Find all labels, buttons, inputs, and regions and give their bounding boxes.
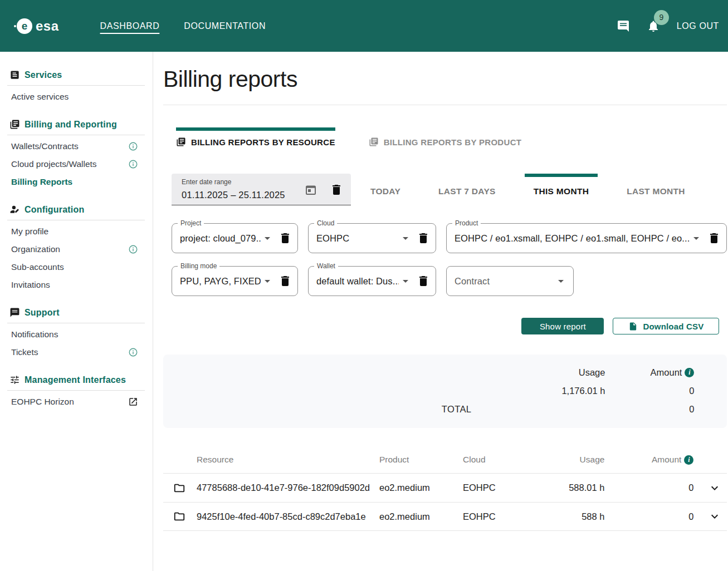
info-icon[interactable] [128, 244, 138, 254]
sidebar-item-invitations[interactable]: Invitations [0, 276, 153, 294]
sidebar-section-management-interfaces: Management Interfaces EOHPC Horizon [0, 370, 153, 411]
sidebar-section-support: Support Notifications Tickets [0, 303, 153, 361]
esa-globe-icon: e [17, 18, 32, 34]
info-icon[interactable] [128, 347, 138, 357]
download-csv-button[interactable]: Download CSV [613, 318, 719, 334]
filter-select-wallet[interactable]: Wallet default wallet: Dus... [308, 266, 436, 296]
notifications-bell-icon[interactable]: 9 [647, 19, 660, 33]
filter-select-product[interactable]: Product EOHPC / eo1.xsmall, EOHPC / eo1.… [446, 223, 727, 253]
folder-icon [173, 510, 185, 523]
filter-select-billing-mode[interactable]: Billing mode PPU, PAYG, FIXED-... [172, 266, 298, 296]
library-books-icon [9, 119, 20, 130]
sidebar-item-label: Invitations [11, 280, 138, 290]
show-report-button[interactable]: Show report [521, 318, 604, 334]
preset-label: THIS MONTH [525, 177, 598, 205]
chevron-down-icon[interactable] [261, 232, 274, 245]
table-row[interactable]: 47785688-de10-41e7-976e-182f09d5902d eo2… [163, 473, 727, 502]
clear-filter-trash-icon[interactable] [707, 232, 721, 245]
sidebar-item-label: Tickets [11, 347, 124, 357]
sidebar-item-notifications[interactable]: Notifications [0, 326, 153, 343]
col-usage: Usage [546, 455, 604, 465]
sidebar-item-label: Billing Reports [11, 177, 138, 187]
expand-row-chevron-icon[interactable] [708, 510, 721, 523]
top-header: e esa DASHBOARD DOCUMENTATION 9 LOG OUT [0, 0, 728, 52]
sidebar-item-label: Sub-accounts [11, 262, 138, 272]
filter-select-project[interactable]: Project project: cloud_079... [172, 223, 298, 253]
preset-last-month[interactable]: LAST MONTH [618, 174, 694, 205]
main-content: Billing reports BILLING REPORTS BY RESOU… [153, 52, 728, 571]
filter-select-cloud[interactable]: Cloud EOHPC [308, 223, 436, 253]
sidebar-item-wallets-contracts[interactable]: Wallets/Contracts [0, 137, 153, 155]
preset-today[interactable]: TODAY [361, 174, 409, 205]
sidebar-item-active-services[interactable]: Active services [0, 88, 153, 106]
nav-documentation[interactable]: DOCUMENTATION [184, 21, 266, 31]
nav-dashboard[interactable]: DASHBOARD [100, 21, 160, 31]
clear-filter-trash-icon[interactable] [279, 232, 292, 245]
sidebar-item-label: Wallets/Contracts [11, 141, 124, 151]
tune-icon [9, 375, 20, 385]
preset-last-7-days[interactable]: LAST 7 DAYS [429, 174, 505, 205]
clear-filter-trash-icon[interactable] [417, 232, 430, 245]
select-value: PPU, PAYG, FIXED-... [180, 276, 261, 287]
logout-button[interactable]: LOG OUT [677, 21, 719, 31]
date-range-field[interactable]: Enter date range 01.11.2025 – 25.11.2025 [172, 174, 351, 205]
sidebar-section-title: Support [25, 308, 60, 318]
sidebar-item-billing-reports[interactable]: Billing Reports [0, 173, 153, 191]
external-link-icon[interactable] [128, 397, 138, 407]
select-value: Contract [455, 276, 554, 287]
amount-info-icon[interactable]: i [685, 368, 694, 377]
tab-indicator [369, 127, 522, 131]
top-nav: DASHBOARD DOCUMENTATION [100, 21, 266, 31]
select-value: EOHPC [316, 233, 399, 244]
sidebar-item-label: Active services [11, 92, 138, 102]
library-books-icon [176, 137, 186, 147]
sidebar-item-label: My profile [11, 227, 138, 237]
clear-date-trash-icon[interactable] [330, 183, 343, 196]
preset-label: TODAY [361, 177, 409, 205]
sidebar-section-title: Billing and Reporting [25, 120, 117, 130]
info-icon[interactable] [128, 141, 138, 151]
divider [7, 220, 145, 220]
filter-select-contract[interactable]: Contract [446, 266, 574, 296]
divider [7, 85, 145, 86]
sidebar-item-tickets[interactable]: Tickets [0, 343, 153, 361]
tab-label: BILLING REPORTS BY RESOURCE [191, 137, 335, 147]
info-icon[interactable] [128, 159, 138, 169]
clear-filter-trash-icon[interactable] [279, 274, 292, 288]
amount-info-icon[interactable]: i [684, 455, 693, 465]
col-resource: Resource [197, 455, 379, 465]
col-cloud: Cloud [463, 455, 546, 465]
preset-this-month[interactable]: THIS MONTH [525, 174, 598, 205]
filter-selects: Project project: cloud_079... Cloud EOHP… [172, 223, 727, 296]
notification-count-badge: 9 [654, 10, 669, 25]
sidebar-item-organization[interactable]: Organization [0, 240, 153, 258]
brand-text: esa [36, 18, 59, 34]
divider [7, 135, 145, 135]
tab-billing-reports-by-resource[interactable]: BILLING REPORTS BY RESOURCE [176, 127, 335, 147]
chevron-down-icon[interactable] [399, 232, 412, 245]
date-presets: TODAY LAST 7 DAYS THIS MONTH LAST MONTH [361, 174, 694, 205]
summary-usage-header: Usage [471, 367, 605, 378]
select-label: Product [452, 219, 481, 227]
sidebar-item-cloud-projects-wallets[interactable]: Cloud projects/Wallets [0, 155, 153, 173]
sidebar-item-sub-accounts[interactable]: Sub-accounts [0, 258, 153, 276]
chevron-down-icon[interactable] [554, 274, 568, 288]
clear-filter-trash-icon[interactable] [417, 274, 430, 288]
feedback-comment-icon[interactable] [617, 19, 630, 33]
sidebar-item-my-profile[interactable]: My profile [0, 223, 153, 240]
manage-accounts-icon [9, 204, 20, 215]
tab-billing-reports-by-product[interactable]: BILLING REPORTS BY PRODUCT [369, 127, 522, 147]
calendar-icon[interactable] [304, 183, 317, 196]
sidebar-item-eohpc-horizon[interactable]: EOHPC Horizon [0, 393, 153, 411]
expand-row-chevron-icon[interactable] [708, 481, 721, 495]
tab-label: BILLING REPORTS BY PRODUCT [384, 137, 522, 147]
table-row[interactable]: 9425f10e-4fed-40b7-85cd-c89c2d7eba1e eo2… [163, 502, 727, 531]
chevron-down-icon[interactable] [399, 274, 412, 288]
chevron-down-icon[interactable] [261, 274, 274, 288]
csv-file-icon [628, 322, 638, 331]
chat-icon [9, 307, 20, 318]
esa-logo[interactable]: e esa [17, 18, 59, 34]
summary-amount-value: 0 [605, 386, 694, 396]
summary-usage-value: 1,176.01 h [471, 386, 605, 396]
chevron-down-icon[interactable] [690, 232, 703, 245]
